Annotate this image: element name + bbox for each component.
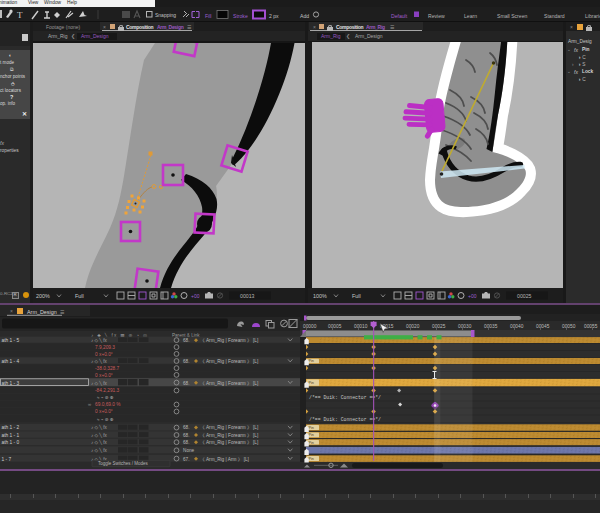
svg-text:Stroke: Stroke xyxy=(233,13,248,19)
svg-text:67.: 67. xyxy=(183,457,190,462)
svg-text:Full: Full xyxy=(75,293,84,299)
svg-text:/*== Duik: Connector ==*/: /*== Duik: Connector ==*/ xyxy=(309,417,381,422)
svg-text:00005: 00005 xyxy=(328,324,342,329)
svg-text:ath 1 - 5: ath 1 - 5 xyxy=(2,338,20,343)
svg-text:Arm_Design: Arm_Design xyxy=(27,309,57,315)
svg-text:2 px: 2 px xyxy=(269,13,279,19)
svg-text:《 Arm_Rig | Forearm 》 [L]: 《 Arm_Rig | Forearm 》 [L] xyxy=(200,381,258,386)
svg-text:0 x+0.0°: 0 x+0.0° xyxy=(95,409,113,414)
svg-text:-38.0,328.7: -38.0,328.7 xyxy=(95,366,120,371)
svg-text:00055: 00055 xyxy=(584,324,598,329)
svg-text:Pin: Pin xyxy=(309,457,314,461)
svg-text:ath 1 - 4: ath 1 - 4 xyxy=(2,359,20,364)
svg-text:♪ ◇ ╲ fx: ♪ ◇ ╲ fx xyxy=(91,432,107,439)
svg-text:00035: 00035 xyxy=(484,324,498,329)
svg-text:♪ ◇ ╲ fx: ♪ ◇ ╲ fx xyxy=(91,447,107,454)
svg-text:100%: 100% xyxy=(313,293,327,299)
svg-text:Standard: Standard xyxy=(544,13,565,19)
svg-text:Pin: Pin xyxy=(309,381,314,385)
svg-text:Libraries: Libraries xyxy=(585,13,600,19)
svg-text:00040: 00040 xyxy=(510,324,524,329)
svg-text:200%: 200% xyxy=(36,293,50,299)
svg-text:《 Arm_Rig | Forearm 》 [L]: 《 Arm_Rig | Forearm 》 [L] xyxy=(200,338,258,343)
svg-text:68.: 68. xyxy=(183,440,190,445)
svg-text:Add: Add xyxy=(300,13,309,19)
svg-text:68.: 68. xyxy=(183,359,190,364)
svg-text:T: T xyxy=(17,10,23,20)
svg-text:《 Arm_Rig | Forearm 》 [L]: 《 Arm_Rig | Forearm 》 [L] xyxy=(200,359,258,364)
svg-text:0 x+0.0°: 0 x+0.0° xyxy=(95,373,113,378)
svg-text:00045: 00045 xyxy=(536,324,550,329)
svg-text:☰: ☰ xyxy=(60,309,65,315)
svg-text:7.9,209.3: 7.9,209.3 xyxy=(95,345,115,350)
svg-text:Small Screen: Small Screen xyxy=(497,13,527,19)
svg-text:Pin: Pin xyxy=(309,426,314,430)
svg-text:/*== Duik: Connector ==*/: /*== Duik: Connector ==*/ xyxy=(309,395,381,400)
svg-text:ath 1 - 0: ath 1 - 0 xyxy=(2,440,20,445)
svg-text:♪ ◇ ╲ fx: ♪ ◇ ╲ fx xyxy=(91,380,107,387)
svg-text:≈ ⌁ ⊘ ⊕: ≈ ⌁ ⊘ ⊕ xyxy=(97,395,114,400)
svg-text:♪ ◇ ╲ fx: ♪ ◇ ╲ fx xyxy=(91,424,107,431)
svg-text:Fill: Fill xyxy=(205,13,212,19)
svg-text:+00: +00 xyxy=(468,293,477,299)
svg-text:68.: 68. xyxy=(183,338,190,343)
svg-text:ath 1 - 2: ath 1 - 2 xyxy=(2,425,20,430)
svg-text:Pin: Pin xyxy=(309,359,314,363)
svg-text:+00: +00 xyxy=(191,293,200,299)
svg-text:1 - 7: 1 - 7 xyxy=(2,457,12,462)
svg-text:×: × xyxy=(10,308,13,314)
svg-text:00020: 00020 xyxy=(406,324,420,329)
svg-text:None: None xyxy=(183,448,195,453)
svg-text:《 Arm_Rig | Forearm 》 [L]: 《 Arm_Rig | Forearm 》 [L] xyxy=(200,440,258,445)
svg-text:68.: 68. xyxy=(183,433,190,438)
svg-text:《 Arm_Rig | Forearm 》 [L]: 《 Arm_Rig | Forearm 》 [L] xyxy=(200,425,258,430)
svg-text:Full: Full xyxy=(352,293,361,299)
svg-text:♪ ◇ ╲ fx: ♪ ◇ ╲ fx xyxy=(91,439,107,446)
svg-text:Pin: Pin xyxy=(309,433,314,437)
svg-text:Default: Default xyxy=(391,13,408,19)
svg-text:ath 1 - 3: ath 1 - 3 xyxy=(2,381,20,386)
svg-text:ath 1 - 1: ath 1 - 1 xyxy=(2,433,20,438)
svg-text:Learn: Learn xyxy=(464,13,477,19)
svg-text:00025: 00025 xyxy=(517,293,532,299)
svg-text:《 Arm_Rig | Arm 》 [L]: 《 Arm_Rig | Arm 》 [L] xyxy=(200,457,249,462)
svg-text:00000: 00000 xyxy=(303,324,317,329)
svg-text:00013: 00013 xyxy=(240,293,255,299)
svg-text:Pin: Pin xyxy=(309,441,314,445)
svg-text:♪ ◇ ╲ fx: ♪ ◇ ╲ fx xyxy=(91,358,107,365)
svg-text:Toggle Switches / Modes: Toggle Switches / Modes xyxy=(98,461,149,466)
svg-text:69.0,69.0 %: 69.0,69.0 % xyxy=(95,402,121,407)
svg-text:00030: 00030 xyxy=(458,324,472,329)
svg-text:《 Arm_Rig | Forearm 》 [L]: 《 Arm_Rig | Forearm 》 [L] xyxy=(200,433,258,438)
svg-text:68.: 68. xyxy=(183,425,190,430)
svg-text:0 x+0.0°: 0 x+0.0° xyxy=(95,352,113,357)
svg-text:-84.2,291.3: -84.2,291.3 xyxy=(95,388,120,393)
svg-text:∞: ∞ xyxy=(88,402,91,407)
svg-text:00010: 00010 xyxy=(354,324,368,329)
svg-text:00050: 00050 xyxy=(562,324,576,329)
svg-text:68.: 68. xyxy=(183,381,190,386)
svg-text:♪ ◇ ╲ fx: ♪ ◇ ╲ fx xyxy=(91,337,107,344)
svg-text:≈ ⌁ ⊘ ⊕: ≈ ⌁ ⊘ ⊕ xyxy=(97,417,114,422)
svg-text:00025: 00025 xyxy=(432,324,446,329)
svg-text:Snapping: Snapping xyxy=(155,12,176,18)
svg-text:Review: Review xyxy=(428,13,445,19)
